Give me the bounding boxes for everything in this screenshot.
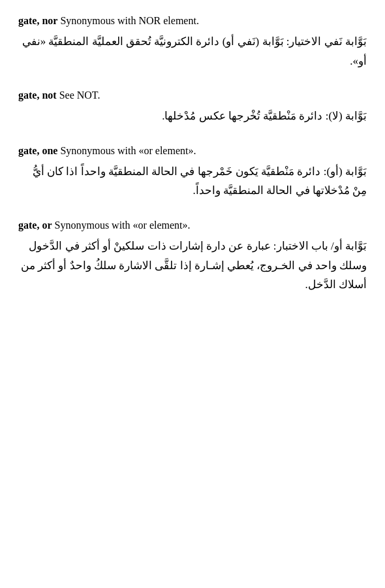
entry-term-gate-nor: gate, nor <box>18 15 57 26</box>
entry-arabic-gate-not: بَوَّابة (لا): دائرة مَنْطقيَّة تُخْرجها… <box>18 106 367 126</box>
entry-arabic-gate-or: بَوَّابة أو/ باب الاختبار: عبارة عن دارة… <box>18 237 367 295</box>
entry-term-gate-not: gate, not <box>18 90 57 101</box>
entry-header-gate-one: gate, one Synonymous with «or element». <box>18 143 367 159</box>
entry-header-gate-or: gate, or Synonymous with «or element». <box>18 218 367 234</box>
dictionary-entry-gate-nor: gate, nor Synonymous with NOR element.بَ… <box>18 13 367 71</box>
entry-definition-en-gate-one: Synonymous with «or element». <box>57 145 196 156</box>
entry-header-gate-nor: gate, nor Synonymous with NOR element. <box>18 13 367 29</box>
dictionary-entry-gate-one: gate, one Synonymous with «or element».ب… <box>18 143 367 201</box>
entry-term-gate-one: gate, one <box>18 145 57 156</box>
entry-arabic-gate-one: بَوَّابة (أو): دائرة مَنْطقيَّة يَكون خَ… <box>18 162 367 201</box>
dictionary-entry-gate-not: gate, not See NOT.بَوَّابة (لا): دائرة م… <box>18 88 367 126</box>
entry-arabic-gate-nor: بَوَّابة نَفي الاختيار: بَوَّابة (نَفي أ… <box>18 32 367 71</box>
entry-definition-en-gate-nor: Synonymous with NOR element. <box>57 15 198 26</box>
entry-header-gate-not: gate, not See NOT. <box>18 88 367 104</box>
dictionary-entry-gate-or: gate, or Synonymous with «or element».بَ… <box>18 218 367 295</box>
entry-definition-en-gate-not: See NOT. <box>57 90 100 101</box>
entry-definition-en-gate-or: Synonymous with «or element». <box>52 220 191 231</box>
dictionary-content: gate, nor Synonymous with NOR element.بَ… <box>18 13 367 295</box>
entry-term-gate-or: gate, or <box>18 220 52 231</box>
